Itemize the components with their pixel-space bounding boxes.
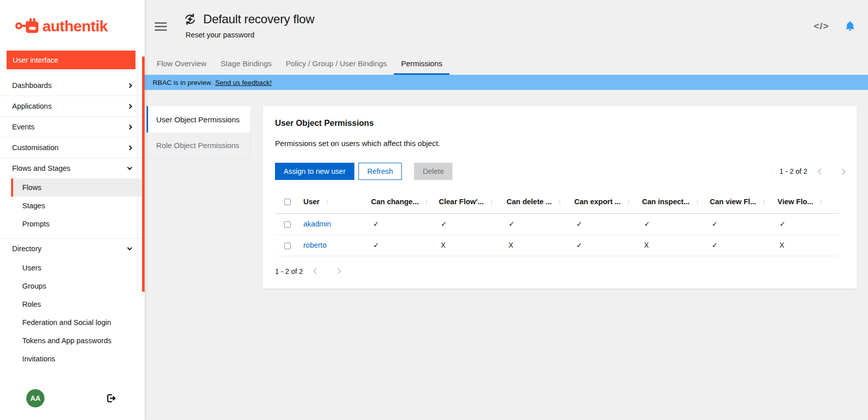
sidebar-item-flows[interactable]: Flows	[11, 178, 142, 197]
sidebar-item-label: Events	[12, 123, 34, 131]
sidebar-sublist-directory: UsersGroupsRolesFederation and Social lo…	[0, 259, 145, 373]
authentik-logo: authentik	[15, 15, 145, 37]
content-area: User Object PermissionsRole Object Permi…	[145, 90, 868, 420]
sidebar-item-tokens-and-app-passwords[interactable]: Tokens and App passwords	[11, 332, 142, 350]
select-all-cell	[275, 190, 297, 213]
panel-tab-role-object-permissions[interactable]: Role Object Permissions	[147, 132, 250, 159]
hamburger-menu-button[interactable]	[155, 22, 167, 33]
page-subtitle: Reset your password	[186, 31, 314, 39]
sidebar-item-user-interface[interactable]: User interface	[7, 51, 135, 69]
row-checkbox[interactable]	[284, 221, 291, 228]
delete-button[interactable]: Delete	[414, 163, 452, 180]
select-all-checkbox[interactable]	[284, 199, 291, 205]
column-header-can-export: Can export ...↕	[568, 190, 636, 213]
sidebar-item-users[interactable]: Users	[11, 259, 142, 277]
sidebar-item-events[interactable]: Events	[0, 117, 145, 137]
assign-to-new-user-button[interactable]: Assign to new user	[275, 163, 354, 180]
sort-icon[interactable]: ↕	[696, 198, 699, 206]
sort-icon[interactable]: ↕	[627, 198, 630, 206]
table-body: akadmin✓✓✓✓✓✓✓roberto✓XX✓X✓X	[275, 213, 839, 256]
permission-granted-cell: ✓	[568, 213, 636, 235]
row-checkbox[interactable]	[284, 243, 291, 249]
previous-page-icon[interactable]	[817, 168, 824, 175]
sidebar-item-applications[interactable]: Applications	[0, 96, 145, 116]
sidebar-item-prompts[interactable]: Prompts	[11, 215, 142, 233]
tab-policy-group-user-bindings[interactable]: Policy / Group / User Bindings	[279, 54, 394, 75]
chevron-down-icon	[127, 165, 132, 170]
chevron-right-icon	[127, 104, 132, 109]
avatar[interactable]: AA	[26, 389, 44, 407]
column-header-user: User↕	[297, 190, 365, 213]
sidebar-item-directory[interactable]: Directory	[0, 239, 145, 259]
pagination-label: 1 - 2 of 2	[275, 267, 303, 275]
sort-icon[interactable]: ↕	[490, 198, 493, 206]
api-browser-icon[interactable]: </>	[814, 21, 829, 32]
column-header-can-inspect: Can inspect...↕	[636, 190, 704, 213]
sidebar-item-label: Flows and Stages	[12, 164, 70, 172]
previous-page-icon[interactable]	[313, 268, 319, 274]
permission-denied-cell: X	[433, 235, 500, 256]
user-link-roberto[interactable]: roberto	[303, 241, 327, 249]
permission-granted-cell: ✓	[433, 213, 500, 235]
sidebar-section-flows-and-stages: Flows and StagesFlowsStagesPrompts	[0, 158, 145, 239]
toolbar: Assign to new user Refresh Delete 1 - 2 …	[275, 163, 845, 180]
tab-stage-bindings[interactable]: Stage Bindings	[213, 54, 279, 75]
pagination-label: 1 - 2 of 2	[780, 167, 807, 175]
page-title-block: Default recovery flow Reset your passwor…	[184, 12, 314, 39]
column-header-view-flo: View Flo...↕	[771, 190, 839, 213]
column-header-label: Clear Flow'...	[439, 198, 484, 206]
sidebar-item-flows-and-stages[interactable]: Flows and Stages	[0, 158, 145, 178]
permission-granted-cell: ✓	[704, 235, 771, 256]
sign-out-icon[interactable]	[105, 393, 116, 404]
sidebar-item-federation-and-social-login[interactable]: Federation and Social login	[11, 313, 142, 332]
sort-icon[interactable]: ↕	[558, 198, 561, 206]
chevron-right-icon	[127, 124, 132, 129]
next-page-icon[interactable]	[335, 268, 341, 274]
sort-icon[interactable]: ↕	[326, 198, 329, 206]
pagination-bottom: 1 - 2 of 2	[275, 267, 845, 275]
sidebar-nav: DashboardsApplicationsEventsCustomisatio…	[0, 75, 145, 381]
column-header-label: View Flo...	[778, 198, 813, 206]
row-select-cell	[275, 213, 297, 235]
sort-icon[interactable]: ↕	[819, 198, 823, 206]
sidebar-item-label: Applications	[12, 102, 52, 110]
sidebar-item-customisation[interactable]: Customisation	[0, 137, 145, 158]
sidebar-item-roles[interactable]: Roles	[11, 295, 142, 313]
sidebar-item-label: Customisation	[12, 144, 59, 152]
check-icon: ✓	[644, 220, 650, 228]
next-page-icon[interactable]	[839, 168, 846, 175]
permissions-table: User↕Can change...↕Clear Flow'...↕Can de…	[275, 190, 839, 256]
sidebar-item-label: Flows	[22, 183, 41, 192]
sidebar-section-dashboards: Dashboards	[0, 75, 145, 96]
column-header-clear-flow: Clear Flow'...↕	[433, 190, 500, 213]
user-cell: akadmin	[297, 213, 365, 235]
authentik-logo-icon	[15, 17, 38, 36]
permission-granted-cell: ✓	[365, 235, 433, 256]
flow-icon	[184, 13, 197, 26]
tab-bar: Flow OverviewStage BindingsPolicy / Grou…	[145, 54, 868, 75]
column-header-can-delete: Can delete ...↕	[500, 190, 568, 213]
table-row-roberto: roberto✓XX✓X✓X	[275, 235, 839, 256]
column-header-label: Can view Fl...	[710, 198, 756, 206]
panel-tab-user-object-permissions[interactable]: User Object Permissions	[147, 106, 250, 132]
sidebar-item-stages[interactable]: Stages	[11, 197, 142, 215]
notifications-bell-icon[interactable]	[844, 20, 856, 32]
sidebar-item-label: Groups	[22, 282, 47, 290]
sort-icon[interactable]: ↕	[425, 198, 428, 206]
tab-permissions[interactable]: Permissions	[394, 54, 449, 75]
check-icon: ✓	[712, 220, 718, 228]
app-root: authentik User interface DashboardsAppli…	[0, 0, 868, 420]
sidebar-item-invitations[interactable]: Invitations	[11, 350, 142, 368]
sidebar-scrollbar-thumb[interactable]	[142, 57, 145, 292]
feedback-link[interactable]: Send us feedback!	[215, 79, 272, 86]
sidebar-item-dashboards[interactable]: Dashboards	[0, 75, 145, 96]
permission-denied-cell: X	[771, 235, 839, 256]
sidebar-item-groups[interactable]: Groups	[11, 277, 142, 295]
table-header: User↕Can change...↕Clear Flow'...↕Can de…	[275, 190, 839, 213]
sidebar: authentik User interface DashboardsAppli…	[0, 0, 145, 420]
user-link-akadmin[interactable]: akadmin	[303, 220, 331, 228]
sort-icon[interactable]: ↕	[762, 198, 766, 206]
card-heading: User Object Permissions	[275, 118, 845, 128]
tab-flow-overview[interactable]: Flow Overview	[150, 54, 213, 75]
refresh-button[interactable]: Refresh	[358, 163, 402, 180]
